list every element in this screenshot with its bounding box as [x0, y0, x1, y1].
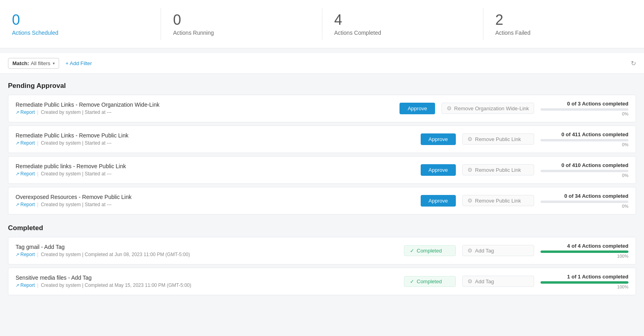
- main-content: Pending Approval Remediate Public Links …: [0, 74, 644, 306]
- pending-item-3-progress: 0 of 410 Actions completed 0%: [541, 162, 628, 178]
- pending-item-3-info: Remediate public links - Remove Public L…: [16, 163, 414, 177]
- completed-item-2-meta: ↗ Report | Created by system | Completed…: [16, 282, 398, 288]
- stat-running-number: 0: [173, 12, 310, 28]
- external-link-icon: ↗: [16, 171, 19, 177]
- completed-item-1-progress: 4 of 4 Actions completed 100%: [541, 243, 628, 258]
- stat-completed-number: 4: [334, 12, 471, 28]
- completed-item-1-report[interactable]: ↗ Report: [16, 252, 35, 257]
- completed-badge-1: ✓ Completed: [404, 245, 456, 256]
- approve-button-4[interactable]: Approve: [421, 195, 456, 207]
- pending-item-2-meta: ↗ Report | Created by system | Started a…: [16, 140, 414, 146]
- pending-item-4-action-type: ⚙ Remove Public Link: [462, 195, 534, 206]
- pending-item-1-meta-text: Created by system | Started at ---: [41, 109, 111, 115]
- stat-scheduled-number: 0: [12, 12, 149, 28]
- pending-item-4-report[interactable]: ↗ Report: [16, 202, 35, 207]
- pending-approval-title: Pending Approval: [8, 82, 636, 90]
- approve-button-3[interactable]: Approve: [421, 164, 456, 176]
- check-icon: ✓: [410, 278, 414, 284]
- progress-bar-wrap-2: [541, 139, 628, 141]
- progress-label-4: 0 of 34 Actions completed: [541, 193, 628, 199]
- pending-item-4-progress: 0 of 34 Actions completed 0%: [541, 193, 628, 209]
- refresh-icon[interactable]: ↻: [631, 60, 636, 67]
- pending-item-2-progress: 0 of 411 Actions completed 0%: [541, 131, 628, 147]
- completed-item-2-title: Sensitive media files - Add Tag: [16, 274, 398, 281]
- pending-item-1-report[interactable]: ↗ Report: [16, 109, 35, 115]
- completed-item-1-meta-text: Created by system | Completed at Jun 08,…: [41, 252, 190, 257]
- pending-item-4-meta: ↗ Report | Created by system | Started a…: [16, 202, 414, 207]
- completed-item-1-action-type: ⚙ Add Tag: [462, 245, 534, 256]
- completed-item-1: Tag gmail - Add Tag ↗ Report | Created b…: [8, 237, 636, 264]
- progress-pct-c1: 100%: [541, 254, 628, 258]
- pending-item-2-action-type: ⚙ Remove Public Link: [462, 133, 534, 145]
- progress-bar-wrap-1: [541, 108, 628, 111]
- gear-icon: ⚙: [467, 167, 473, 173]
- completed-badge-2: ✓ Completed: [404, 276, 456, 287]
- pending-item-2-title: Remediate Public Links - Remove Public L…: [16, 132, 414, 139]
- pending-item-1-progress: 0 of 3 Actions completed 0%: [541, 101, 628, 116]
- progress-label-2: 0 of 411 Actions completed: [541, 131, 628, 137]
- stat-scheduled: 0 Actions Scheduled: [0, 8, 161, 40]
- external-link-icon: ↗: [16, 252, 19, 257]
- chevron-down-icon: ▾: [53, 61, 55, 66]
- pending-item-1-info: Remediate Public Links - Remove Organiza…: [16, 101, 393, 115]
- pending-item-3: Remediate public links - Remove Public L…: [8, 156, 636, 184]
- pending-item-4-title: Overexposed Resources - Remove Public Li…: [16, 194, 414, 200]
- pending-item-4-meta-text: Created by system | Started at ---: [41, 202, 111, 207]
- progress-bar-fill-c1: [541, 251, 628, 253]
- pending-item-3-action-type: ⚙ Remove Public Link: [462, 164, 534, 175]
- pending-item-3-meta-text: Created by system | Started at ---: [41, 171, 111, 177]
- progress-bar-wrap-c1: [541, 251, 628, 253]
- pending-item-1: Remediate Public Links - Remove Organiza…: [8, 95, 636, 122]
- match-filter-button[interactable]: Match: All filters ▾: [8, 58, 59, 69]
- filter-bar: Match: All filters ▾ + Add Filter ↻: [0, 53, 644, 74]
- approve-button-1[interactable]: Approve: [400, 103, 435, 114]
- add-filter-button[interactable]: + Add Filter: [66, 60, 92, 66]
- progress-label-c2: 1 of 1 Actions completed: [541, 274, 628, 280]
- completed-item-1-meta: ↗ Report | Created by system | Completed…: [16, 252, 398, 257]
- progress-pct-2: 0%: [541, 142, 628, 147]
- external-link-icon: ↗: [16, 110, 19, 115]
- completed-item-1-title: Tag gmail - Add Tag: [16, 244, 398, 250]
- completed-item-2-meta-text: Created by system | Completed at May 15,…: [41, 282, 191, 288]
- pending-item-1-meta: ↗ Report | Created by system | Started a…: [16, 109, 393, 115]
- progress-pct-c2: 100%: [541, 284, 628, 289]
- stat-running-label: Actions Running: [173, 30, 310, 36]
- completed-label-1: Completed: [417, 248, 442, 254]
- completed-item-2-progress: 1 of 1 Actions completed 100%: [541, 274, 628, 289]
- pending-item-2-report[interactable]: ↗ Report: [16, 140, 35, 146]
- progress-label-3: 0 of 410 Actions completed: [541, 162, 628, 168]
- add-filter-label: + Add Filter: [66, 60, 92, 66]
- progress-bar-wrap-3: [541, 170, 628, 172]
- pending-item-2-meta-text: Created by system | Started at ---: [41, 140, 111, 146]
- pending-item-2-info: Remediate Public Links - Remove Public L…: [16, 132, 414, 146]
- gear-icon: ⚙: [447, 105, 452, 111]
- stat-running: 0 Actions Running: [161, 8, 322, 40]
- pending-item-3-meta: ↗ Report | Created by system | Started a…: [16, 171, 414, 177]
- pending-item-3-report[interactable]: ↗ Report: [16, 171, 35, 177]
- pending-item-1-title: Remediate Public Links - Remove Organiza…: [16, 101, 393, 108]
- progress-bar-wrap-c2: [541, 281, 628, 284]
- completed-item-1-info: Tag gmail - Add Tag ↗ Report | Created b…: [16, 244, 398, 257]
- pending-item-4-info: Overexposed Resources - Remove Public Li…: [16, 194, 414, 207]
- completed-item-2: Sensitive media files - Add Tag ↗ Report…: [8, 268, 636, 295]
- completed-item-2-report[interactable]: ↗ Report: [16, 282, 35, 288]
- progress-bar-fill-c2: [541, 281, 628, 284]
- pending-item-2: Remediate Public Links - Remove Public L…: [8, 125, 636, 153]
- progress-bar-wrap-4: [541, 201, 628, 203]
- approve-button-2[interactable]: Approve: [421, 133, 456, 145]
- pending-approval-section: Pending Approval Remediate Public Links …: [8, 82, 636, 215]
- stat-completed-count: 4 Actions Completed: [322, 8, 483, 40]
- stats-bar: 0 Actions Scheduled 0 Actions Running 4 …: [0, 0, 644, 48]
- match-label: Match:: [12, 60, 29, 66]
- pending-item-3-title: Remediate public links - Remove Public L…: [16, 163, 414, 169]
- gear-icon: ⚙: [467, 197, 473, 204]
- external-link-icon: ↗: [16, 141, 19, 146]
- stat-completed-label: Actions Completed: [334, 30, 471, 36]
- stat-failed: 2 Actions Failed: [483, 8, 644, 40]
- completed-item-2-action-type: ⚙ Add Tag: [462, 276, 534, 287]
- progress-label-c1: 4 of 4 Actions completed: [541, 243, 628, 249]
- match-value: All filters: [31, 60, 50, 66]
- stat-failed-number: 2: [495, 12, 632, 28]
- progress-label-1: 0 of 3 Actions completed: [541, 101, 628, 107]
- completed-label-2: Completed: [417, 278, 442, 284]
